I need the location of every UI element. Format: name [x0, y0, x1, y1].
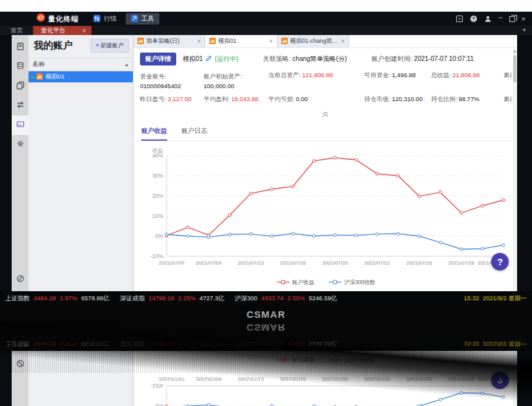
transfer-icon	[16, 100, 25, 112]
stat-cell: 总收益:21,806.88	[431, 71, 498, 80]
close-icon[interactable]: ×	[82, 27, 86, 34]
svg-text:20%: 20%	[152, 193, 163, 199]
stat-label: 当前总资产:	[268, 71, 301, 78]
scroll-up-icon[interactable]: ▲	[513, 49, 517, 54]
vertical-scrollbar[interactable]: ▲	[513, 49, 517, 291]
svg-text:0%: 0%	[156, 403, 164, 406]
stat-label: 持仓比例:	[431, 95, 457, 102]
restore-button[interactable]	[509, 16, 515, 22]
app-body: 我的账户 +新建账户 名称 ▲ 模拟01 简单策略(日)×模拟01×模拟01-c…	[0, 35, 532, 291]
rail-item-database[interactable]	[12, 57, 29, 77]
rail-bottom-button	[12, 353, 29, 372]
stat-label: 持仓市值:	[364, 95, 391, 102]
chart-legend: 账户收益沪深300指数	[137, 279, 515, 287]
index-quotes: 上证指数3464.281.97%6578.86亿深证成指14798.162.25…	[5, 339, 347, 348]
doc-tab-icon	[137, 38, 144, 45]
chart-plot-area: 收益40%30%20%10%0%-10%2021/07/072021/07/09…	[137, 148, 515, 278]
doc-tab-icon	[209, 38, 216, 45]
user-icon[interactable]	[484, 15, 492, 23]
account-detail-header: 账户详情 模拟01 (运行中) 关联策略: chang简单策略(分) 账户创建时…	[133, 48, 517, 69]
close-icon[interactable]: ×	[341, 38, 345, 45]
rail-bottom-button[interactable]	[12, 270, 29, 289]
index-name: 深证成指	[120, 294, 145, 303]
help-circle-icon[interactable]: ?	[470, 15, 478, 23]
sort-asc-icon[interactable]: ▲	[124, 62, 129, 67]
online-dot-icon	[31, 76, 34, 78]
index-quotes: 上证指数3464.281.97%6578.86亿深证成指14798.162.25…	[5, 294, 347, 303]
status-badge: (运行中)	[214, 54, 238, 64]
stat-label: 总收益:	[431, 71, 451, 78]
stat-label: 昨日盈亏:	[140, 95, 167, 102]
copy-icon	[16, 80, 25, 92]
rail-item-gear[interactable]	[12, 135, 29, 154]
account-list-item[interactable]: 模拟01	[29, 71, 133, 82]
nav-tab-1[interactable]: 首页	[0, 26, 33, 35]
svg-text:2021/07/16: 2021/07/16	[280, 260, 306, 266]
doc-tab-1[interactable]: 简单策略(日)×	[133, 35, 205, 47]
index-quote: 沪深3004933.742.55%5246.59亿	[235, 294, 337, 303]
nav-tab-2[interactable]: 量化平台×	[33, 26, 91, 35]
close-icon[interactable]: ×	[269, 38, 273, 45]
collapse-stats-control[interactable]	[133, 108, 517, 121]
index-value: 14798.16	[148, 339, 174, 348]
svg-text:2021/07/26: 2021/07/26	[406, 376, 433, 382]
candlestick-icon	[93, 15, 100, 23]
rail-item-account-card[interactable]	[12, 115, 29, 135]
stat-value: 21,806.88	[452, 71, 480, 78]
app-body: 我的账户 +新建账户 名称 ▲ 模拟01 简单策略(日)×模拟01×模拟01-c…	[0, 351, 532, 406]
close-icon[interactable]: ×	[197, 38, 201, 45]
announcement-icon[interactable]	[456, 15, 463, 23]
stats-row-2: 昨日盈亏:3,127.00平均盈利:18,043.88平均亏损:0.00持仓市值…	[140, 95, 517, 104]
svg-text:2021/07/28: 2021/07/28	[448, 260, 475, 266]
legend-item[interactable]: 账户收益	[277, 279, 314, 287]
rail-item-journal[interactable]	[12, 38, 29, 57]
accounts-panel-header: 我的账户 +新建账户	[29, 35, 133, 58]
stat-cell: 可用资金:1,496.88	[364, 71, 426, 80]
accounts-panel: 我的账户 +新建账户 名称 ▲ 模拟01	[29, 351, 133, 406]
accounts-panel: 我的账户 +新建账户 名称 ▲ 模拟01	[29, 35, 133, 291]
status-bar: 上证指数3464.281.97%6578.86亿深证成指14798.162.25…	[0, 336, 532, 351]
status-date: 2021/8/2 星期一	[483, 340, 527, 348]
svg-text:10%: 10%	[152, 213, 163, 219]
svg-text:2021/07/20: 2021/07/20	[322, 260, 349, 266]
rail-item-transfer[interactable]	[12, 96, 29, 115]
content-tab-1[interactable]: 账户收益	[141, 126, 167, 141]
svg-text:-10%: -10%	[150, 253, 163, 259]
titlebar-menus: 行情工具	[88, 13, 163, 25]
app-logo: 量化终端	[36, 13, 79, 25]
menu-2[interactable]: 工具	[126, 13, 159, 25]
status-time: 15:32	[464, 294, 480, 302]
stat-cell: 平均盈利:18,043.88	[203, 95, 263, 104]
svg-text:0%: 0%	[156, 233, 164, 239]
returns-chart: 收益40%30%20%10%0%-10%2021/07/072021/07/09…	[133, 141, 517, 287]
menu-1[interactable]: 行情	[88, 13, 122, 25]
content-tab-2[interactable]: 账户日志	[181, 126, 207, 141]
legend-item[interactable]: 沪深300指数	[329, 279, 375, 287]
edit-icon[interactable]	[205, 55, 212, 63]
menu-label: 工具	[141, 14, 154, 23]
svg-text:2021/07/09: 2021/07/09	[196, 376, 222, 382]
doc-tab-3[interactable]: 模拟01-chang简单策略(分)×	[277, 35, 349, 47]
watermark-strip: CSMAR	[0, 321, 532, 336]
rail-item-copy[interactable]	[12, 77, 29, 96]
close-button[interactable]: ×	[522, 16, 526, 23]
doc-tab-label: 模拟01-chang简单策略(分)	[290, 37, 338, 45]
svg-text:?: ?	[472, 16, 476, 21]
list-header[interactable]: 名称 ▲	[29, 58, 133, 71]
line-chart-svg: 收益40%30%20%10%0%-10%2021/07/072021/07/09…	[137, 148, 508, 275]
new-account-button[interactable]: +新建账户	[91, 39, 129, 53]
index-value: 4933.74	[261, 294, 283, 303]
window-controls: ? − ×	[456, 15, 532, 23]
minimize-button[interactable]: −	[498, 14, 502, 21]
index-volume: 6578.86亿	[81, 339, 110, 348]
help-fab-button[interactable]: ?	[491, 253, 509, 270]
scrollbar-thumb[interactable]	[513, 55, 516, 82]
chevron-down-icon[interactable]: ▼	[522, 26, 532, 35]
index-value: 4933.74	[261, 339, 283, 348]
doc-tab-2[interactable]: 模拟01×	[205, 35, 277, 47]
chevron-double-up-icon	[321, 108, 329, 120]
vertical-scrollbar: ▲	[513, 351, 517, 406]
content-tabs: 账户收益账户日志	[133, 121, 517, 141]
document-tabs: 简单策略(日)×模拟01×模拟01-chang简单策略(分)×	[133, 35, 517, 48]
svg-text:2021/07/16: 2021/07/16	[280, 376, 306, 382]
